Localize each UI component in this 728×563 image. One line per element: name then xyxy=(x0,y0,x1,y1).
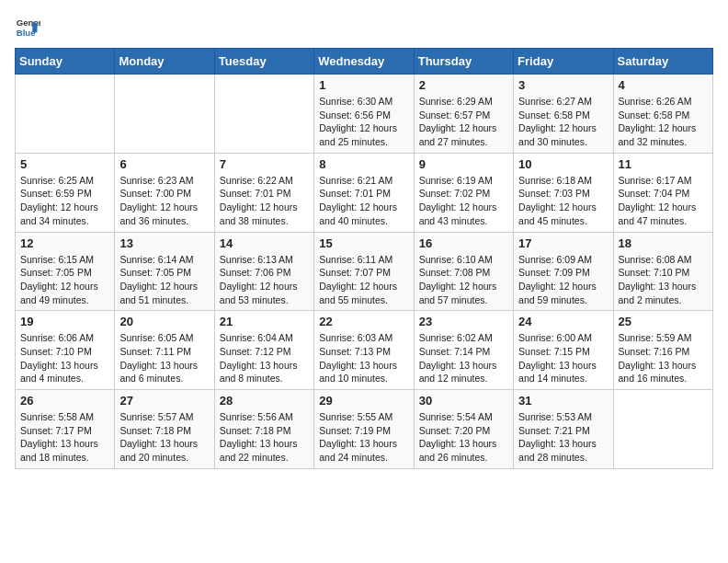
day-number: 4 xyxy=(619,78,708,92)
day-number: 25 xyxy=(619,315,708,328)
day-cell: 18 Sunrise: 6:08 AMSunset: 7:10 PMDaylig… xyxy=(613,232,712,311)
day-number: 7 xyxy=(220,157,309,171)
day-cell: 5 Sunrise: 6:25 AMSunset: 6:59 PMDayligh… xyxy=(16,153,115,232)
cell-sunrise: Sunrise: 5:59 AMSunset: 7:16 PMDaylight:… xyxy=(619,332,697,384)
day-number: 15 xyxy=(319,236,408,250)
cell-sunrise: Sunrise: 6:18 AMSunset: 7:03 PMDaylight:… xyxy=(518,175,597,226)
cell-sunrise: Sunrise: 6:25 AMSunset: 6:59 PMDaylight:… xyxy=(20,175,98,226)
day-number: 6 xyxy=(119,157,209,171)
day-cell: 14 Sunrise: 6:13 AMSunset: 7:06 PMDaylig… xyxy=(214,232,313,311)
day-number: 12 xyxy=(20,236,109,250)
cell-sunrise: Sunrise: 6:11 AMSunset: 7:07 PMDaylight:… xyxy=(319,254,397,305)
week-row-4: 19 Sunrise: 6:06 AMSunset: 7:10 PMDaylig… xyxy=(16,311,713,390)
day-number: 16 xyxy=(419,236,508,250)
day-cell: 20 Sunrise: 6:05 AMSunset: 7:11 PMDaylig… xyxy=(115,311,214,390)
day-number: 13 xyxy=(119,236,209,250)
cell-sunrise: Sunrise: 6:26 AMSunset: 6:58 PMDaylight:… xyxy=(619,96,697,147)
cell-sunrise: Sunrise: 6:30 AMSunset: 6:56 PMDaylight:… xyxy=(319,96,397,147)
cell-sunrise: Sunrise: 6:10 AMSunset: 7:08 PMDaylight:… xyxy=(419,254,497,305)
cell-sunrise: Sunrise: 6:17 AMSunset: 7:04 PMDaylight:… xyxy=(619,175,697,226)
day-cell: 24 Sunrise: 6:00 AMSunset: 7:15 PMDaylig… xyxy=(514,311,613,390)
day-cell xyxy=(613,390,712,469)
cell-sunrise: Sunrise: 6:05 AMSunset: 7:11 PMDaylight:… xyxy=(119,332,198,384)
day-cell: 25 Sunrise: 5:59 AMSunset: 7:16 PMDaylig… xyxy=(613,311,712,390)
weekday-header-wednesday: Wednesday xyxy=(314,49,414,75)
cell-sunrise: Sunrise: 6:08 AMSunset: 7:10 PMDaylight:… xyxy=(619,254,697,305)
day-number: 29 xyxy=(319,394,408,408)
day-number: 30 xyxy=(419,394,508,408)
cell-sunrise: Sunrise: 6:03 AMSunset: 7:13 PMDaylight:… xyxy=(319,332,397,384)
cell-sunrise: Sunrise: 6:09 AMSunset: 7:09 PMDaylight:… xyxy=(518,254,597,305)
day-number: 27 xyxy=(119,394,209,408)
day-cell: 30 Sunrise: 5:54 AMSunset: 7:20 PMDaylig… xyxy=(414,390,513,469)
day-number: 11 xyxy=(619,157,708,171)
cell-sunrise: Sunrise: 6:04 AMSunset: 7:12 PMDaylight:… xyxy=(220,332,298,384)
weekday-header-tuesday: Tuesday xyxy=(214,49,313,75)
header: General Blue xyxy=(15,15,713,40)
day-number: 5 xyxy=(20,157,109,171)
cell-sunrise: Sunrise: 6:00 AMSunset: 7:15 PMDaylight:… xyxy=(518,332,597,384)
day-cell: 9 Sunrise: 6:19 AMSunset: 7:02 PMDayligh… xyxy=(414,153,513,232)
day-number: 2 xyxy=(419,78,508,92)
day-cell xyxy=(115,75,214,154)
day-number: 17 xyxy=(518,236,608,250)
day-number: 14 xyxy=(220,236,309,250)
weekday-header-friday: Friday xyxy=(514,49,613,75)
logo-icon: General Blue xyxy=(15,15,40,40)
day-cell: 19 Sunrise: 6:06 AMSunset: 7:10 PMDaylig… xyxy=(16,311,115,390)
cell-sunrise: Sunrise: 6:27 AMSunset: 6:58 PMDaylight:… xyxy=(518,96,597,147)
cell-sunrise: Sunrise: 6:22 AMSunset: 7:01 PMDaylight:… xyxy=(220,175,298,226)
day-number: 20 xyxy=(119,315,209,328)
day-cell: 8 Sunrise: 6:21 AMSunset: 7:01 PMDayligh… xyxy=(314,153,414,232)
cell-sunrise: Sunrise: 5:58 AMSunset: 7:17 PMDaylight:… xyxy=(20,411,98,463)
day-cell: 3 Sunrise: 6:27 AMSunset: 6:58 PMDayligh… xyxy=(514,75,613,154)
weekday-header-saturday: Saturday xyxy=(613,49,712,75)
day-number: 22 xyxy=(319,315,408,328)
day-number: 1 xyxy=(319,78,408,92)
week-row-3: 12 Sunrise: 6:15 AMSunset: 7:05 PMDaylig… xyxy=(16,232,713,311)
day-cell: 4 Sunrise: 6:26 AMSunset: 6:58 PMDayligh… xyxy=(613,75,712,154)
cell-sunrise: Sunrise: 5:55 AMSunset: 7:19 PMDaylight:… xyxy=(319,411,397,463)
day-number: 28 xyxy=(220,394,309,408)
weekday-header-thursday: Thursday xyxy=(414,49,513,75)
day-cell: 31 Sunrise: 5:53 AMSunset: 7:21 PMDaylig… xyxy=(514,390,613,469)
cell-sunrise: Sunrise: 6:23 AMSunset: 7:00 PMDaylight:… xyxy=(119,175,198,226)
day-cell: 15 Sunrise: 6:11 AMSunset: 7:07 PMDaylig… xyxy=(314,232,414,311)
cell-sunrise: Sunrise: 5:53 AMSunset: 7:21 PMDaylight:… xyxy=(518,411,597,463)
day-cell: 23 Sunrise: 6:02 AMSunset: 7:14 PMDaylig… xyxy=(414,311,513,390)
day-cell: 22 Sunrise: 6:03 AMSunset: 7:13 PMDaylig… xyxy=(314,311,414,390)
day-cell: 28 Sunrise: 5:56 AMSunset: 7:18 PMDaylig… xyxy=(214,390,313,469)
cell-sunrise: Sunrise: 5:54 AMSunset: 7:20 PMDaylight:… xyxy=(419,411,497,463)
weekday-header-sunday: Sunday xyxy=(16,49,115,75)
day-cell: 1 Sunrise: 6:30 AMSunset: 6:56 PMDayligh… xyxy=(314,75,414,154)
cell-sunrise: Sunrise: 6:06 AMSunset: 7:10 PMDaylight:… xyxy=(20,332,98,384)
day-cell: 2 Sunrise: 6:29 AMSunset: 6:57 PMDayligh… xyxy=(414,75,513,154)
day-cell: 10 Sunrise: 6:18 AMSunset: 7:03 PMDaylig… xyxy=(514,153,613,232)
day-cell: 13 Sunrise: 6:14 AMSunset: 7:05 PMDaylig… xyxy=(115,232,214,311)
day-cell: 7 Sunrise: 6:22 AMSunset: 7:01 PMDayligh… xyxy=(214,153,313,232)
week-row-1: 1 Sunrise: 6:30 AMSunset: 6:56 PMDayligh… xyxy=(16,75,713,154)
cell-sunrise: Sunrise: 6:29 AMSunset: 6:57 PMDaylight:… xyxy=(419,96,497,147)
day-number: 9 xyxy=(419,157,508,171)
day-cell xyxy=(214,75,313,154)
day-cell: 26 Sunrise: 5:58 AMSunset: 7:17 PMDaylig… xyxy=(16,390,115,469)
day-number: 8 xyxy=(319,157,408,171)
day-cell: 11 Sunrise: 6:17 AMSunset: 7:04 PMDaylig… xyxy=(613,153,712,232)
day-number: 19 xyxy=(20,315,109,328)
weekday-header-monday: Monday xyxy=(115,49,214,75)
day-number: 31 xyxy=(518,394,608,408)
day-cell: 17 Sunrise: 6:09 AMSunset: 7:09 PMDaylig… xyxy=(514,232,613,311)
day-number: 10 xyxy=(518,157,608,171)
calendar-table: SundayMondayTuesdayWednesdayThursdayFrid… xyxy=(15,48,713,469)
cell-sunrise: Sunrise: 6:02 AMSunset: 7:14 PMDaylight:… xyxy=(419,332,497,384)
day-number: 3 xyxy=(518,78,608,92)
day-cell: 27 Sunrise: 5:57 AMSunset: 7:18 PMDaylig… xyxy=(115,390,214,469)
cell-sunrise: Sunrise: 6:19 AMSunset: 7:02 PMDaylight:… xyxy=(419,175,497,226)
day-cell: 12 Sunrise: 6:15 AMSunset: 7:05 PMDaylig… xyxy=(16,232,115,311)
cell-sunrise: Sunrise: 5:57 AMSunset: 7:18 PMDaylight:… xyxy=(119,411,198,463)
weekday-header-row: SundayMondayTuesdayWednesdayThursdayFrid… xyxy=(16,49,713,75)
day-number: 23 xyxy=(419,315,508,328)
day-number: 26 xyxy=(20,394,109,408)
cell-sunrise: Sunrise: 6:13 AMSunset: 7:06 PMDaylight:… xyxy=(220,254,298,305)
day-cell: 6 Sunrise: 6:23 AMSunset: 7:00 PMDayligh… xyxy=(115,153,214,232)
